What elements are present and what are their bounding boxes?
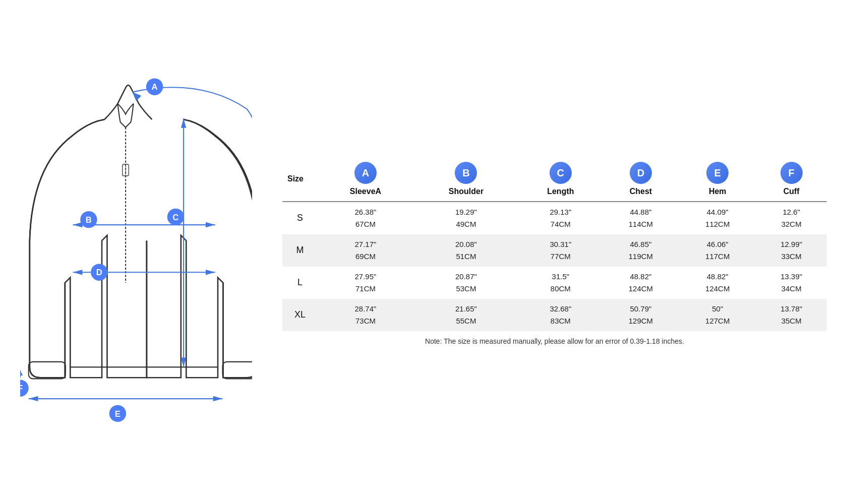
cell-s-col0: 26.38"67CM (318, 202, 413, 234)
svg-marker-9 (73, 222, 83, 227)
size-cell-s: S (282, 202, 318, 234)
jacket-diagram: A B C D E F (20, 61, 252, 443)
svg-text:F: F (20, 384, 23, 393)
cell-s-col4: 44.09"112CM (679, 202, 756, 234)
cell-l-col4: 48.82"124CM (679, 267, 756, 299)
svg-text:D: D (96, 268, 102, 277)
svg-text:A: A (152, 82, 158, 92)
jacket-svg: A B C D E F (20, 61, 252, 441)
col-label-f: Cuff (783, 187, 800, 196)
svg-marker-21 (20, 370, 23, 375)
badge-d: D (630, 162, 652, 184)
badge-c: C (550, 162, 572, 184)
cell-xl-col5: 13.78"35CM (756, 299, 827, 331)
size-table: Size A SleeveA B Shoulder C Length D Che… (282, 159, 827, 331)
col-header-c: C Length (519, 159, 602, 202)
svg-marker-7 (133, 92, 142, 101)
size-column-header: Size (282, 159, 318, 202)
table-row: L27.95"71CM20.87"53CM31.5"80CM48.82"124C… (282, 267, 827, 299)
cell-l-col1: 20.87"53CM (413, 267, 519, 299)
svg-rect-1 (222, 362, 252, 379)
svg-marker-18 (29, 396, 38, 401)
cell-m-col4: 46.06"117CM (679, 234, 756, 267)
table-row: S26.38"67CM19.29"49CM29.13"74CM44.88"114… (282, 202, 827, 234)
cell-m-col0: 27.17"69CM (318, 234, 413, 267)
table-row: M27.17"69CM20.08"51CM30.31"77CM46.85"119… (282, 234, 827, 267)
col-label-c: Length (547, 187, 574, 196)
cell-xl-col3: 50.79"129CM (602, 299, 679, 331)
svg-text:B: B (86, 215, 92, 225)
svg-text:E: E (115, 409, 120, 418)
size-table-section: Size A SleeveA B Shoulder C Length D Che… (282, 159, 827, 345)
cell-xl-col1: 21.65"55CM (413, 299, 519, 331)
svg-marker-15 (73, 270, 83, 275)
cell-m-col2: 30.31"77CM (519, 234, 602, 267)
col-header-e: E Hem (679, 159, 756, 202)
size-cell-xl: XL (282, 299, 318, 331)
cell-s-col1: 19.29"49CM (413, 202, 519, 234)
col-label-d: Chest (630, 187, 652, 196)
svg-marker-19 (213, 396, 223, 401)
cell-m-col3: 46.85"119CM (602, 234, 679, 267)
col-label-b: Shoulder (449, 187, 483, 196)
cell-l-col2: 31.5"80CM (519, 267, 602, 299)
col-header-f: F Cuff (756, 159, 827, 202)
badge-f: F (780, 162, 803, 184)
badge-b: B (455, 162, 477, 184)
svg-marker-16 (206, 270, 215, 275)
badge-e: E (706, 162, 729, 184)
cell-s-col5: 12.6"32CM (756, 202, 827, 234)
main-container: A B C D E F Size A SleeveA (20, 61, 827, 443)
col-label-a: SleeveA (350, 187, 381, 196)
col-header-d: D Chest (602, 159, 679, 202)
size-cell-m: M (282, 234, 318, 267)
table-header-row: Size A SleeveA B Shoulder C Length D Che… (282, 159, 827, 202)
size-note: Note: The size is measured manually, ple… (282, 337, 827, 345)
cell-s-col3: 44.88"114CM (602, 202, 679, 234)
svg-marker-10 (206, 222, 215, 227)
cell-s-col2: 29.13"74CM (519, 202, 602, 234)
col-header-a: A SleeveA (318, 159, 413, 202)
cell-l-col5: 13.39"34CM (756, 267, 827, 299)
svg-text:C: C (172, 212, 178, 222)
size-cell-l: L (282, 267, 318, 299)
table-row: XL28.74"73CM21.65"55CM32.68"83CM50.79"12… (282, 299, 827, 331)
svg-marker-13 (181, 357, 186, 367)
cell-xl-col0: 28.74"73CM (318, 299, 413, 331)
cell-l-col3: 48.82"124CM (602, 267, 679, 299)
col-header-b: B Shoulder (413, 159, 519, 202)
cell-l-col0: 27.95"71CM (318, 267, 413, 299)
cell-xl-col4: 50"127CM (679, 299, 756, 331)
cell-xl-col2: 32.68"83CM (519, 299, 602, 331)
cell-m-col5: 12.99"33CM (756, 234, 827, 267)
badge-a: A (354, 162, 377, 184)
cell-m-col1: 20.08"51CM (413, 234, 519, 267)
col-label-e: Hem (709, 187, 727, 196)
